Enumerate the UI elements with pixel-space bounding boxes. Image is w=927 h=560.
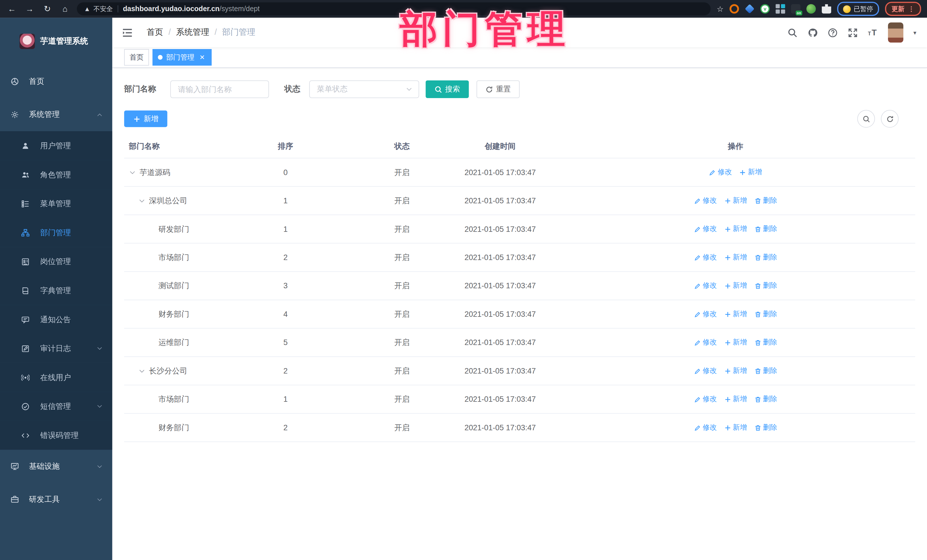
expand-arrow-icon[interactable] <box>129 169 136 176</box>
delete-link[interactable]: 删除 <box>754 338 777 348</box>
navbar: 首页 系统管理 部门管理 <box>112 18 927 47</box>
browser-back-icon[interactable]: ← <box>6 4 18 14</box>
add-link[interactable]: 新增 <box>724 338 747 348</box>
toggle-search-button[interactable] <box>857 110 875 128</box>
font-size-icon[interactable]: TT <box>868 27 878 37</box>
breadcrumb-home[interactable]: 首页 <box>147 27 176 38</box>
actions-cell: 修改新增删除 <box>556 196 915 206</box>
reset-button[interactable]: 重置 <box>477 80 520 98</box>
status-select[interactable]: 菜单状态 <box>309 80 419 98</box>
profile-chip[interactable]: 已暂停 <box>837 2 879 16</box>
svg-text:T: T <box>872 28 877 37</box>
sidebar-item-audit-log[interactable]: 审计日志 <box>0 334 112 363</box>
browser-reload-icon[interactable]: ↻ <box>41 4 53 14</box>
extension-icon[interactable] <box>806 4 816 14</box>
chevron-down-icon[interactable]: ▾ <box>913 29 916 36</box>
search-icon[interactable] <box>787 27 798 37</box>
edit-link[interactable]: 修改 <box>709 167 732 178</box>
sidebar-item-dev-tools[interactable]: 研发工具 <box>0 483 112 516</box>
sidebar-item-home[interactable]: 首页 <box>0 65 112 98</box>
sidebar-item-infrastructure[interactable]: 基础设施 <box>0 450 112 483</box>
browser-forward-icon[interactable]: → <box>24 4 35 14</box>
github-icon[interactable] <box>807 27 818 37</box>
edit-link[interactable]: 修改 <box>694 423 717 433</box>
fullscreen-icon[interactable] <box>848 27 858 37</box>
extension-icon[interactable] <box>745 4 754 14</box>
search-button[interactable]: 搜索 <box>426 80 469 98</box>
edit-link[interactable]: 修改 <box>694 394 717 404</box>
sidebar-item-dept-mgmt[interactable]: 部门管理 <box>0 218 112 247</box>
extension-icon[interactable] <box>775 4 785 14</box>
add-link[interactable]: 新增 <box>724 196 747 206</box>
refresh-table-button[interactable] <box>881 110 898 128</box>
sidebar-item-sms-mgmt[interactable]: 短信管理 <box>0 392 112 421</box>
help-icon[interactable] <box>828 27 838 37</box>
extension-icon[interactable]: v <box>760 4 769 14</box>
breadcrumb-system[interactable]: 系统管理 <box>176 27 222 38</box>
browser-home-icon[interactable]: ⌂ <box>59 4 71 14</box>
sort-cell: 5 <box>212 338 359 347</box>
extensions-puzzle-icon[interactable] <box>822 4 831 14</box>
tab-home[interactable]: 首页 <box>124 49 149 65</box>
security-warning[interactable]: ▲ 不安全 <box>84 5 112 14</box>
sidebar-item-menu-mgmt[interactable]: 菜单管理 <box>0 189 112 218</box>
edit-link[interactable]: 修改 <box>694 281 717 291</box>
sidebar-item-online-users[interactable]: 在线用户 <box>0 363 112 392</box>
delete-icon <box>754 282 761 290</box>
add-link[interactable]: 新增 <box>724 309 747 319</box>
delete-link[interactable]: 删除 <box>754 252 777 262</box>
edit-link[interactable]: 修改 <box>694 224 717 234</box>
edit-link[interactable]: 修改 <box>694 309 717 319</box>
sidebar-item-error-code-mgmt[interactable]: 错误码管理 <box>0 421 112 450</box>
add-link[interactable]: 新增 <box>724 281 747 291</box>
expand-arrow-icon[interactable] <box>138 367 146 374</box>
add-link[interactable]: 新增 <box>724 224 747 234</box>
sort-cell: 2 <box>212 253 359 262</box>
address-bar[interactable]: ▲ 不安全 dashboard.yudao.iocoder.cn/system/… <box>77 2 711 15</box>
edit-icon <box>694 197 701 204</box>
add-link[interactable]: 新增 <box>724 366 747 376</box>
sidebar-item-dict-mgmt[interactable]: 字典管理 <box>0 276 112 305</box>
extension-icon[interactable] <box>729 4 739 14</box>
bookmark-star-icon[interactable]: ☆ <box>717 5 723 14</box>
delete-link[interactable]: 删除 <box>754 281 777 291</box>
add-link[interactable]: 新增 <box>739 167 762 178</box>
menu-mgmt-icon <box>21 200 30 208</box>
sidebar-logo[interactable]: 芋道管理系统 <box>0 18 112 65</box>
sidebar-toggle-icon[interactable] <box>122 27 132 37</box>
tab-dept-mgmt[interactable]: 部门管理 ✕ <box>153 49 212 65</box>
sidebar-item-notice[interactable]: 通知公告 <box>0 305 112 334</box>
edit-link[interactable]: 修改 <box>694 196 717 206</box>
add-link[interactable]: 新增 <box>724 252 747 262</box>
delete-link[interactable]: 删除 <box>754 196 777 206</box>
tab-close-icon[interactable]: ✕ <box>198 53 206 62</box>
sidebar-item-role-mgmt[interactable]: 角色管理 <box>0 160 112 189</box>
sidebar-item-user-mgmt[interactable]: 用户管理 <box>0 131 112 160</box>
edit-link[interactable]: 修改 <box>694 338 717 348</box>
add-link[interactable]: 新增 <box>724 394 747 404</box>
avatar[interactable] <box>888 23 903 42</box>
add-link[interactable]: 新增 <box>724 423 747 433</box>
actions-cell: 修改新增删除 <box>556 224 915 234</box>
delete-link[interactable]: 删除 <box>754 423 777 433</box>
sort-cell: 4 <box>212 310 359 319</box>
delete-link[interactable]: 删除 <box>754 394 777 404</box>
sidebar-item-label: 审计日志 <box>40 343 96 354</box>
dept-name-input[interactable] <box>170 80 269 98</box>
delete-link[interactable]: 删除 <box>754 309 777 319</box>
expand-arrow-icon[interactable] <box>138 197 146 204</box>
table-header-row: 部门名称 排序 状态 创建时间 操作 <box>124 135 915 159</box>
edit-link[interactable]: 修改 <box>694 252 717 262</box>
sidebar-item-system-mgmt[interactable]: 系统管理 <box>0 98 112 131</box>
add-icon <box>724 396 731 403</box>
browser-update-button[interactable]: 更新 ⋮ <box>885 2 921 16</box>
browser-menu-icon[interactable]: ⋮ <box>908 5 915 13</box>
delete-link[interactable]: 删除 <box>754 366 777 376</box>
extension-icon[interactable]: on <box>791 4 800 14</box>
sidebar-item-post-mgmt[interactable]: 岗位管理 <box>0 247 112 276</box>
add-button[interactable]: 新增 <box>124 111 167 127</box>
edit-icon <box>709 169 716 176</box>
delete-link[interactable]: 删除 <box>754 224 777 234</box>
edit-link[interactable]: 修改 <box>694 366 717 376</box>
edit-icon <box>694 339 701 346</box>
